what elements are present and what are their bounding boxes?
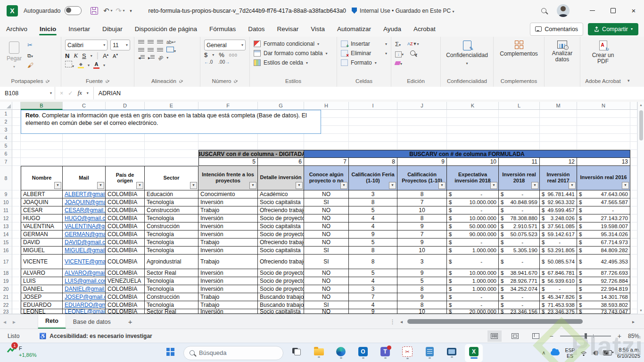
cell-G20[interactable]: Socio de proyecto [258,285,304,293]
cell-M2[interactable] [540,118,577,126]
col-header-A[interactable] [12,102,21,110]
insert-cells-button[interactable]: +Insertar▾ [337,39,391,49]
cell-F10[interactable]: Inversión [198,198,258,206]
cell-G22[interactable]: Buscando trabajo [258,301,304,309]
cell-A3[interactable] [12,126,21,134]
cell-J19[interactable]: 5 [397,277,447,285]
cell-E22[interactable]: Tecnología [145,301,198,309]
align-bottom-icon[interactable] [157,40,163,44]
cell-D11[interactable]: COLOMBIA [106,206,145,214]
col-header-H[interactable]: H [304,102,349,110]
increase-decimal-button[interactable]: ←.0 [204,59,213,65]
cell-N23[interactable]: $73.743.047 [577,309,630,314]
cell-B14[interactable]: GERMAN [21,230,63,239]
header-cell-B8[interactable]: Nombre▼ [21,166,63,190]
align-top-icon[interactable] [138,40,144,44]
cell-A5[interactable] [12,142,21,150]
font-size-combo[interactable]: 11▾ [110,40,130,50]
cell-L14[interactable]: $50.075.523 [499,230,540,239]
cell-G7[interactable]: 6 [258,158,304,166]
cell-L9[interactable]: $- [499,190,540,198]
accounting-format-button[interactable]: $ [204,51,207,58]
cell-E4[interactable] [145,134,198,142]
cell-K11[interactable]: $- [447,206,499,214]
onedrive-icon[interactable] [551,351,560,355]
number-dialog-launcher[interactable] [234,79,238,83]
cell-B18[interactable]: ALVARO [21,269,63,277]
cell-H13[interactable]: NO [304,222,349,230]
cell-J11[interactable]: 10 [397,206,447,214]
cell-E16[interactable]: Tecnología [145,247,198,255]
restore-button[interactable] [603,0,623,21]
col-header-K[interactable]: K [447,102,499,110]
cell-N18[interactable]: $87.726.693 [577,269,630,277]
ribbon-tab-inicio[interactable]: Inicio [33,21,62,37]
cell-I3[interactable] [349,126,397,134]
excel-logo-icon[interactable]: X [7,5,18,16]
taskbar-widget[interactable]: 1 F +1,86% [7,345,37,358]
page-break-view-button[interactable] [529,330,543,342]
cell-B20[interactable]: DANIEL [21,285,63,293]
row-header-18[interactable]: 18 [0,269,12,277]
cell-L3[interactable] [499,126,540,134]
cell-K15[interactable]: $- [447,239,499,247]
row-header-7[interactable]: 7 [0,158,12,166]
row-header-6[interactable]: 6 [0,150,12,158]
sort-filter-button[interactable]: AZ▼▾ [407,41,419,46]
cell-C11[interactable]: CESAR@gmail.com [63,206,106,214]
minimize-button[interactable] [582,0,603,21]
row-header-10[interactable]: 10 [0,198,12,206]
outlook-taskbar-button[interactable]: O [354,344,372,362]
cell-H16[interactable]: SI [304,247,349,255]
cell-A10[interactable] [12,198,21,206]
formula-input[interactable]: ADRIAN [94,87,644,99]
cell-I1[interactable] [349,110,397,118]
cell-L1[interactable] [499,110,540,118]
cell-K13[interactable]: $50.000.000 [447,222,499,230]
normal-view-button[interactable] [487,330,502,342]
filter-icon[interactable]: ▼ [54,182,61,189]
row-header-15[interactable]: 15 [0,239,12,247]
cell-E23[interactable]: Sector Real [145,309,198,314]
row-header-13[interactable]: 13 [0,222,12,230]
filter-icon[interactable]: ▼ [389,182,396,189]
cell-D12[interactable]: COLOMBIA [106,214,145,222]
cell-D15[interactable]: COLOMBIA [106,239,145,247]
cell-J9[interactable]: 8 [397,190,447,198]
cell-K12[interactable]: $10.000.000 [447,214,499,222]
cell-J2[interactable] [397,118,447,126]
ribbon-tab-f-rmulas[interactable]: Fórmulas [203,21,242,37]
cell-D16[interactable]: COLOMBIA [106,247,145,255]
cell-D18[interactable]: COLOMBIA [106,269,145,277]
cell-M10[interactable]: $92.963.332 [540,198,577,206]
cell-I14[interactable]: 9 [349,230,397,239]
cell-B4[interactable] [21,134,63,142]
quick-access-customize-button[interactable]: ▾ [125,5,137,17]
cell-K16[interactable]: $1.000.000 [447,247,499,255]
zoom-slider[interactable] [560,336,611,337]
cell-K4[interactable] [447,134,499,142]
cell-J21[interactable]: 9 [397,293,447,301]
cell-G17[interactable]: Ofreciendo trabajo [258,255,304,269]
cell-G9[interactable]: Académico [258,190,304,198]
snipping-tool-taskbar-button[interactable]: ✂ [398,344,416,362]
col-header-N[interactable]: N [577,102,630,110]
cell-D22[interactable]: COLOMBIA [106,301,145,309]
header-cell-I8[interactable]: Calificación Feria (1-10)▼ [349,166,397,190]
cell-A17[interactable] [12,255,21,269]
cell-A20[interactable] [12,285,21,293]
cell-E11[interactable]: Construcción [145,206,198,214]
cell-F15[interactable]: Trabajo [198,239,258,247]
cell-I5[interactable] [349,142,397,150]
cell-C10[interactable]: JOAQUIN@gmail.com [63,198,106,206]
cell-N2[interactable] [577,118,630,126]
cell-N22[interactable]: $38.593.802 [577,301,630,309]
cell-N13[interactable]: $19.598.007 [577,222,630,230]
row-header-4[interactable]: 4 [0,134,12,142]
header-cell-D8[interactable]: País de orígen▼ [106,166,145,190]
battery-icon[interactable] [603,350,612,355]
increase-indent-icon[interactable]: ▸ [148,55,155,60]
notepad-taskbar-button[interactable] [421,344,438,362]
cell-D6[interactable] [106,150,145,158]
cell-H14[interactable]: NO [304,230,349,239]
